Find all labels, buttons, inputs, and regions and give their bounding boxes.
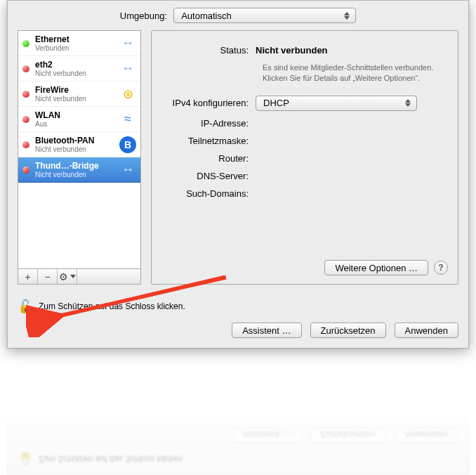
interface-row[interactable]: FireWire Nicht verbunden ⊛ (18, 82, 140, 107)
net-arrows-icon: ↔ (119, 60, 136, 77)
search-domains-label: Such-Domains: (164, 188, 256, 199)
lock-text: Zum Schützen auf das Schloss klicken. (39, 301, 185, 311)
interface-status: Aus (35, 120, 119, 128)
status-dot-icon (22, 65, 29, 72)
subnet-label: Teilnetzmaske: (164, 136, 256, 146)
select-arrows-icon (343, 12, 351, 20)
interface-status: Nicht verbunden (35, 70, 119, 77)
interface-name: eth2 (35, 60, 119, 70)
apply-button[interactable]: Anwenden (395, 323, 458, 338)
detail-panel: Status: Nicht verbunden Es sind keine Mi… (151, 30, 458, 285)
interface-row[interactable]: Bluetooth-PAN Nicht verbunden B (18, 132, 140, 157)
interface-status: Nicht verbunden (35, 171, 119, 178)
more-options-button[interactable]: Weitere Optionen … (324, 260, 428, 275)
interface-row[interactable]: Ethernet Verbunden ↔ (18, 31, 140, 56)
interface-status: Nicht verbunden (35, 95, 119, 103)
ipv4-value: DHCP (263, 98, 289, 108)
status-dot-icon (22, 167, 29, 174)
net-arrows-icon: ↔ (119, 162, 136, 178)
ipv4-label: IPv4 konfigurieren: (164, 98, 256, 108)
status-label: Status: (164, 45, 256, 56)
interface-name: Thund…-Bridge (35, 161, 119, 171)
net-arrows-icon: ↔ (119, 35, 136, 52)
interface-name: Bluetooth-PAN (35, 136, 119, 145)
interface-row[interactable]: Thund…-Bridge Nicht verbunden ↔ (18, 157, 140, 183)
remove-interface-button[interactable]: − (38, 269, 58, 284)
reset-button[interactable]: Zurücksetzen (310, 323, 386, 338)
sidebar-toolbar: + − ⚙ (18, 269, 141, 285)
interface-row[interactable]: eth2 Nicht verbunden ↔ (18, 56, 140, 82)
select-arrows-icon (404, 99, 412, 107)
interfaces-sidebar: Ethernet Verbunden ↔ eth2 Nicht verbunde… (18, 30, 141, 285)
location-select[interactable]: Automatisch (173, 8, 356, 23)
status-dot-icon (22, 116, 29, 123)
gear-menu-button[interactable]: ⚙ (58, 269, 77, 284)
location-value: Automatisch (181, 11, 232, 21)
status-hint: Es sind keine Mitglieder-Schnittstellen … (263, 63, 445, 84)
interfaces-list: Ethernet Verbunden ↔ eth2 Nicht verbunde… (18, 30, 141, 269)
assistant-button[interactable]: Assistent … (232, 323, 301, 338)
router-label: Router: (164, 153, 256, 164)
ip-label: IP-Adresse: (164, 118, 256, 129)
interface-row[interactable]: WLAN Aus ≈ (18, 107, 140, 132)
interface-status: Verbunden (35, 44, 119, 52)
firewire-icon: ⊛ (119, 86, 136, 103)
interface-name: Ethernet (35, 34, 119, 44)
gear-icon: ⚙ (59, 271, 68, 282)
interface-status: Nicht verbunden (35, 145, 119, 153)
lock-icon[interactable]: 🔓 (18, 299, 33, 314)
location-label: Umgebung: (120, 11, 167, 21)
help-button[interactable]: ? (434, 261, 448, 275)
interface-name: FireWire (35, 85, 119, 95)
ipv4-select[interactable]: DHCP (256, 96, 417, 111)
status-dot-icon (22, 91, 29, 98)
status-value: Nicht verbunden (256, 45, 445, 56)
status-dot-icon (22, 141, 29, 148)
status-dot-icon (22, 40, 29, 47)
dns-label: DNS-Server: (164, 171, 256, 181)
bluetooth-icon: B (119, 136, 136, 153)
chevron-down-icon (70, 275, 76, 278)
add-interface-button[interactable]: + (18, 269, 38, 284)
interface-name: WLAN (35, 110, 119, 120)
wifi-icon: ≈ (119, 111, 136, 128)
